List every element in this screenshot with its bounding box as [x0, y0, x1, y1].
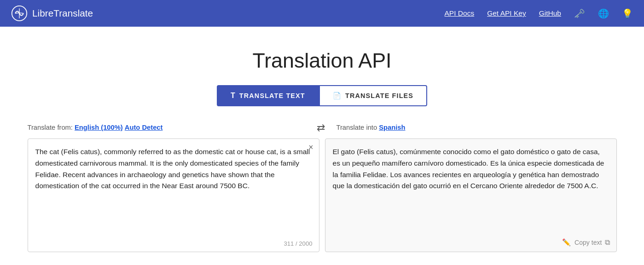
- brand-name: LibreTranslate: [32, 8, 93, 19]
- copy-text-button[interactable]: Copy text ⧉: [574, 238, 609, 247]
- edit-icon: ✏️: [562, 238, 571, 247]
- tab-translate-text[interactable]: T TRANSLATE TEXT: [217, 85, 319, 106]
- clear-source-button[interactable]: ×: [308, 144, 313, 152]
- target-panel-footer: ✏️ Copy text ⧉: [325, 236, 616, 251]
- copy-text-label: Copy text: [574, 239, 602, 246]
- swap-languages-button[interactable]: ⇄: [313, 119, 329, 136]
- key-icon[interactable]: 🗝️: [574, 8, 585, 19]
- source-panel-footer: 311 / 2000: [28, 237, 319, 252]
- navbar: LibreTranslate API Docs Get API Key GitH…: [0, 0, 644, 27]
- get-api-key-link[interactable]: Get API Key: [487, 9, 526, 17]
- translate-text-tab-icon: T: [231, 92, 236, 100]
- swap-icon: ⇄: [317, 121, 325, 134]
- target-lang-area: Translate into Spanish: [334, 124, 617, 131]
- page-title: Translation API: [0, 49, 644, 72]
- copy-icon: ⧉: [605, 238, 610, 247]
- tab-row: T TRANSLATE TEXT 📄 TRANSLATE FILES: [0, 85, 644, 106]
- github-link[interactable]: GitHub: [539, 9, 561, 17]
- globe-icon[interactable]: 🌐: [598, 8, 609, 19]
- auto-detect-link[interactable]: Auto Detect: [125, 124, 163, 131]
- target-lang-label: Translate into: [337, 124, 377, 131]
- source-textarea[interactable]: The cat (Felis catus), commonly referred…: [28, 139, 319, 236]
- translate-files-tab-label: TRANSLATE FILES: [345, 92, 413, 99]
- source-lang-label: Translate from:: [28, 124, 73, 131]
- target-panel-actions: ✏️ Copy text ⧉: [562, 238, 609, 247]
- navbar-links: API Docs Get API Key GitHub 🗝️ 🌐 💡: [445, 8, 633, 19]
- translate-text-tab-label: TRANSLATE TEXT: [239, 92, 305, 99]
- source-lang-name[interactable]: English (100%): [75, 124, 123, 131]
- source-panel: The cat (Felis catus), commonly referred…: [28, 138, 319, 252]
- translate-panels: The cat (Felis catus), commonly referred…: [14, 138, 631, 252]
- language-row: Translate from: English (100%) Auto Dete…: [14, 119, 631, 138]
- translate-files-tab-icon: 📄: [333, 92, 342, 100]
- bulb-icon[interactable]: 💡: [622, 8, 633, 19]
- source-lang-area: Translate from: English (100%) Auto Dete…: [28, 124, 308, 131]
- api-docs-link[interactable]: API Docs: [445, 9, 475, 17]
- char-count: 311 / 2000: [284, 240, 313, 247]
- hero-section: Translation API: [0, 27, 644, 85]
- target-panel: El gato (Felis catus), comúnmente conoci…: [325, 138, 617, 252]
- target-lang-name[interactable]: Spanish: [379, 124, 405, 131]
- translated-text: El gato (Felis catus), comúnmente conoci…: [325, 139, 616, 236]
- tab-translate-files[interactable]: 📄 TRANSLATE FILES: [319, 85, 427, 106]
- brand-logo: [11, 5, 28, 22]
- brand-link[interactable]: LibreTranslate: [11, 5, 445, 22]
